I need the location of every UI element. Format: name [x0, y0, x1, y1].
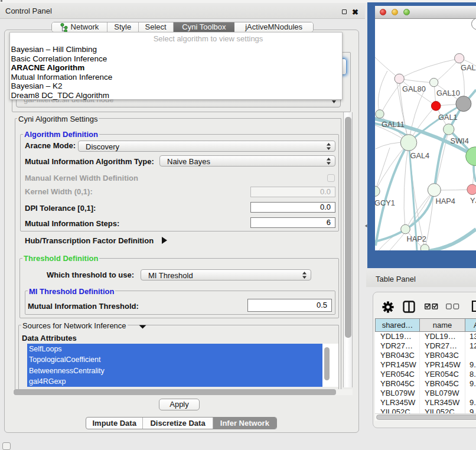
svg-text:YJ: YJ: [470, 196, 476, 205]
svg-text:HAP4: HAP4: [436, 197, 455, 206]
svg-text:GAL80: GAL80: [402, 84, 426, 93]
svg-text:GAL7: GAL7: [461, 63, 476, 72]
svg-text:HAP2: HAP2: [407, 234, 426, 243]
svg-text:GAL1: GAL1: [438, 113, 458, 122]
svg-text:GAL4: GAL4: [410, 151, 430, 160]
svg-text:SWI4: SWI4: [451, 136, 469, 145]
svg-text:GCY1: GCY1: [375, 198, 395, 207]
svg-text:GAL11: GAL11: [382, 120, 405, 129]
svg-text:GAL10: GAL10: [436, 89, 460, 97]
